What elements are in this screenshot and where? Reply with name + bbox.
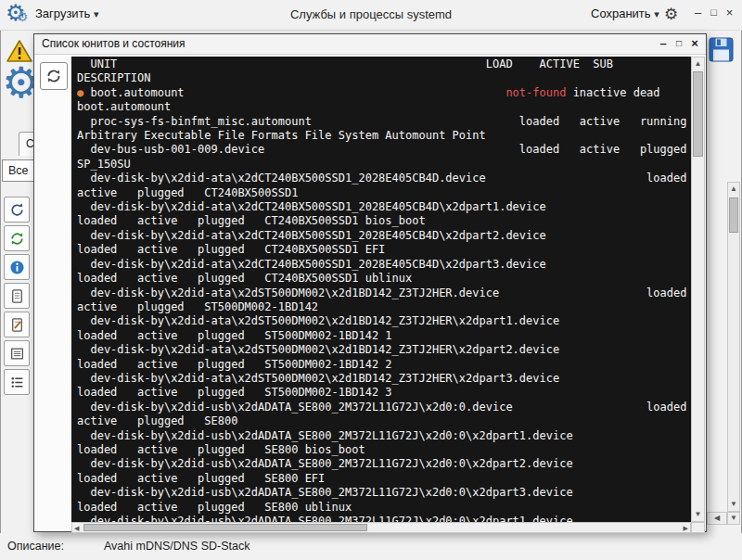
dialog-titlebar[interactable]: Список юнитов и состояния – □ × <box>34 34 706 55</box>
dialog-minimize-button[interactable]: – <box>656 36 671 50</box>
info-button[interactable] <box>4 254 30 280</box>
document-edit-icon <box>9 317 25 333</box>
dialog-title: Список юнитов и состояния <box>42 37 186 50</box>
info-icon <box>9 260 25 275</box>
main-vertical-scrollbar-thumb[interactable] <box>729 197 738 233</box>
scroll-right-icon[interactable]: ▶ <box>684 523 688 533</box>
scroll-up-icon[interactable]: ▲ <box>692 58 704 70</box>
dialog-refresh-button[interactable] <box>40 62 68 90</box>
save-button-label: Сохранить <box>591 6 651 20</box>
scroll-left-icon[interactable]: ◀ <box>74 523 79 533</box>
close-button[interactable]: × <box>723 6 736 19</box>
history-reload-icon <box>9 202 25 218</box>
main-titlebar: ⚙ ⚙ Загрузить ▾ Службы и процессы system… <box>0 0 742 31</box>
dialog-close-button[interactable]: × <box>687 36 702 50</box>
scroll-down-icon[interactable]: ▼ <box>728 499 739 510</box>
refresh-button[interactable] <box>4 225 30 251</box>
terminal-horizontal-scrollbar: ◀ ▶ <box>71 522 691 533</box>
history-reload-button[interactable] <box>4 197 30 223</box>
detailed-list-button[interactable] <box>4 369 30 395</box>
terminal-vertical-scrollbar: ▲ ▼ <box>691 57 705 522</box>
document-icon <box>9 288 25 304</box>
terminal-horizontal-scrollbar-thumb[interactable] <box>83 524 367 531</box>
settings-gear-button[interactable]: ⚙ <box>664 5 678 24</box>
scrollbar-corner <box>691 522 705 533</box>
scroll-down-icon[interactable]: ▼ <box>692 509 704 520</box>
statusbar: Описание: Avahi mDNS/DNS SD-Stack <box>0 533 742 560</box>
description-label: Описание: <box>7 540 64 553</box>
main-vertical-scroll-down-button[interactable]: ▼ <box>727 512 740 525</box>
refresh-icon <box>45 68 62 84</box>
detailed-list-icon <box>9 375 25 390</box>
list-button[interactable] <box>4 340 30 366</box>
floppy-disk-icon <box>709 37 734 62</box>
refresh-icon <box>9 231 25 247</box>
description-value: Avahi mDNS/DNS SD-Stack <box>104 540 249 553</box>
document-edit-button[interactable] <box>4 312 30 337</box>
units-dialog: Список юнитов и состояния – □ × UNIT LOA… <box>33 33 707 532</box>
save-button[interactable]: Сохранить ▾ <box>591 6 659 20</box>
maximize-button[interactable]: □ <box>707 6 721 18</box>
dialog-maximize-button[interactable]: □ <box>672 36 686 48</box>
main-vertical-scrollbar: ▲ ▼ <box>727 182 740 512</box>
terminal-vertical-scrollbar-thumb[interactable] <box>693 71 703 157</box>
document-button[interactable] <box>4 283 30 309</box>
chevron-down-icon: ▾ <box>654 8 659 19</box>
terminal-output[interactable]: UNIT LOAD ACTIVE SUBDESCRIPTION● boot.au… <box>71 57 691 522</box>
minimize-button[interactable]: – <box>691 6 705 19</box>
scroll-up-icon[interactable]: ▲ <box>728 184 739 195</box>
main-horizontal-scroll-left-button[interactable]: ◀ <box>707 512 727 525</box>
save-file-button[interactable] <box>707 35 735 63</box>
list-icon <box>9 346 25 362</box>
